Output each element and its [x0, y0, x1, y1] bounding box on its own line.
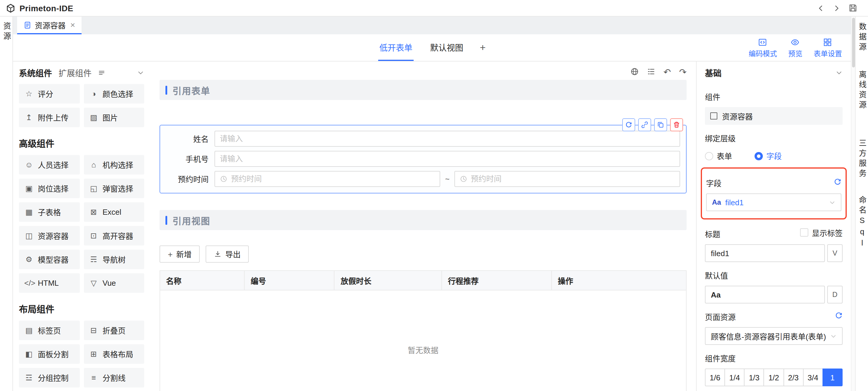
- field-section-highlight-box: 字段 Aa filed1: [701, 167, 847, 220]
- download-icon: [214, 250, 222, 258]
- section-referenced-form[interactable]: 引用表单: [159, 80, 687, 100]
- palette-item-post-select[interactable]: ▣岗位选择: [19, 179, 80, 198]
- history-forward-icon[interactable]: [833, 4, 841, 12]
- table-column-header[interactable]: 编号: [245, 271, 335, 290]
- palette-menu-icon[interactable]: [98, 69, 105, 76]
- palette-item-rating[interactable]: ☆评分: [19, 84, 80, 104]
- close-tab-icon[interactable]: ×: [70, 21, 75, 29]
- palette-item-collapse-page[interactable]: ⊟折叠页: [84, 320, 144, 340]
- palette-item-table-layout[interactable]: ⊞表格布局: [84, 344, 144, 364]
- preview-button[interactable]: 预览: [788, 37, 802, 58]
- left-rail-resources-tab[interactable]: 资源: [2, 22, 11, 391]
- table-column-header[interactable]: 操作: [552, 271, 686, 290]
- width-option[interactable]: 1/2: [764, 368, 784, 386]
- copy-icon[interactable]: [654, 118, 667, 131]
- tab-extended-components[interactable]: 扩展组件: [59, 67, 92, 79]
- properties-panel: 基础 组件 资源容器 绑定层级 表单: [696, 61, 851, 391]
- refresh-icon[interactable]: [622, 118, 635, 131]
- show-label-checkbox[interactable]: 显示标签: [800, 227, 843, 238]
- rail-datasource-tab[interactable]: 数据源: [858, 20, 866, 55]
- tab-lowcode-form[interactable]: 低开表单: [378, 34, 414, 61]
- phone-input[interactable]: [220, 155, 675, 163]
- chevron-down-icon[interactable]: [836, 69, 843, 76]
- width-option[interactable]: 1/3: [744, 368, 764, 386]
- width-option[interactable]: 2/3: [783, 368, 803, 386]
- tab-default-view[interactable]: 默认视图: [429, 34, 464, 61]
- vertical-scrollbar[interactable]: [851, 17, 855, 391]
- palette-item-tab-page[interactable]: ▤标签页: [19, 320, 80, 340]
- block-action-bar: [622, 118, 683, 131]
- form-settings-button[interactable]: 表单设置: [814, 37, 842, 58]
- palette-item-image[interactable]: ▨图片: [84, 108, 144, 127]
- palette-item-person-select[interactable]: ☺人员选择: [19, 155, 80, 174]
- section-referenced-view[interactable]: 引用视图: [159, 210, 687, 230]
- default-dynamic-addon[interactable]: D: [827, 286, 843, 303]
- collapse-page-icon: ⊟: [89, 326, 98, 335]
- palette-item-procode-container[interactable]: ⊡高开容器: [84, 226, 144, 246]
- rail-named-sql-tab[interactable]: 命名Sql: [858, 193, 866, 252]
- palette-item-html[interactable]: </>HTML: [19, 273, 80, 293]
- color-picker-icon: ◑: [89, 89, 98, 98]
- basic-collapse-header[interactable]: 基础: [705, 61, 843, 83]
- undo-icon[interactable]: ↶: [663, 67, 671, 76]
- palette-item-nav-tree[interactable]: ☴导航树: [84, 250, 144, 269]
- field-label-row: 字段: [706, 170, 841, 193]
- title-variable-addon[interactable]: V: [827, 244, 843, 262]
- globe-icon[interactable]: [630, 67, 639, 76]
- image-icon: ▨: [89, 113, 98, 122]
- palette-item-model-container[interactable]: ⚙模型容器: [19, 250, 80, 269]
- palette-item-color-picker[interactable]: ◑颜色选择: [84, 84, 144, 104]
- table-layout-icon: ⊞: [89, 350, 98, 359]
- width-option[interactable]: 1/4: [724, 368, 745, 386]
- palette-item-excel[interactable]: ⊠Excel: [84, 202, 144, 222]
- time-end-input[interactable]: [471, 174, 675, 184]
- outline-tree-icon[interactable]: [647, 67, 655, 76]
- tab-system-components[interactable]: 系统组件: [19, 67, 52, 79]
- history-back-icon[interactable]: [816, 4, 825, 12]
- page-resource-select[interactable]: 顾客信息-资源容器引用表单(表单): [705, 327, 843, 345]
- width-option-selected[interactable]: 1: [823, 368, 843, 386]
- title-label-row: 标题 显示标签: [705, 221, 843, 244]
- table-column-header[interactable]: 名称: [160, 271, 245, 290]
- palette-item-attachment-upload[interactable]: ↥附件上传: [19, 108, 80, 127]
- delete-trash-icon[interactable]: [670, 118, 683, 131]
- refresh-icon[interactable]: [834, 178, 841, 186]
- table-column-header[interactable]: 行程推荐: [442, 271, 552, 290]
- export-button[interactable]: 导出: [206, 246, 249, 263]
- radio-option-form[interactable]: 表单: [705, 150, 732, 162]
- palette-collapse-chevron-icon[interactable]: [137, 69, 144, 76]
- add-view-button[interactable]: +: [480, 42, 486, 61]
- add-row-button[interactable]: + 新增: [159, 246, 200, 263]
- procode-container-icon: ⊡: [89, 231, 98, 240]
- right-rail: 数据源 离线资源 三方服务 命名Sql: [855, 17, 868, 391]
- palette-item-org-select[interactable]: ⌂机构选择: [84, 155, 144, 174]
- name-input[interactable]: [220, 134, 675, 143]
- time-start-input[interactable]: [231, 174, 435, 184]
- field-select[interactable]: Aa filed1: [706, 193, 841, 211]
- palette-item-popup-select[interactable]: ◱弹窗选择: [84, 179, 144, 198]
- palette-item-group-control[interactable]: ☲分组控制: [19, 368, 80, 387]
- width-option[interactable]: 1/6: [705, 368, 725, 386]
- save-icon[interactable]: [848, 4, 857, 12]
- title-input[interactable]: [705, 244, 825, 262]
- palette-item-vue[interactable]: ▽Vue: [84, 273, 144, 293]
- rail-offline-resource-tab[interactable]: 离线资源: [858, 68, 866, 113]
- default-value-input[interactable]: Aa: [705, 286, 825, 303]
- palette-item-resource-container[interactable]: ◫资源容器: [19, 226, 80, 246]
- link-icon[interactable]: [638, 118, 651, 131]
- doc-tab-resource-container[interactable]: 资源容器 ×: [17, 17, 82, 34]
- palette-item-sub-table[interactable]: ▦子表格: [19, 202, 80, 222]
- width-option[interactable]: 3/4: [803, 368, 823, 386]
- selected-resource-container-block[interactable]: 姓名 手机号 预约时间: [159, 125, 687, 193]
- rail-third-party-service-tab[interactable]: 三方服务: [858, 137, 866, 181]
- redo-icon[interactable]: ↷: [679, 67, 687, 76]
- radio-option-field[interactable]: 字段: [754, 150, 782, 162]
- default-value-label: 默认值: [705, 270, 843, 281]
- palette-item-panel-split[interactable]: ◧面板分割: [19, 344, 80, 364]
- form-row-name: 姓名: [160, 131, 680, 147]
- code-mode-button[interactable]: 编码模式: [749, 37, 777, 58]
- refresh-icon[interactable]: [835, 311, 843, 319]
- scrollbar-thumb[interactable]: [852, 18, 855, 67]
- table-column-header[interactable]: 放假时长: [335, 271, 442, 290]
- palette-item-divider[interactable]: ≡分割线: [84, 368, 144, 387]
